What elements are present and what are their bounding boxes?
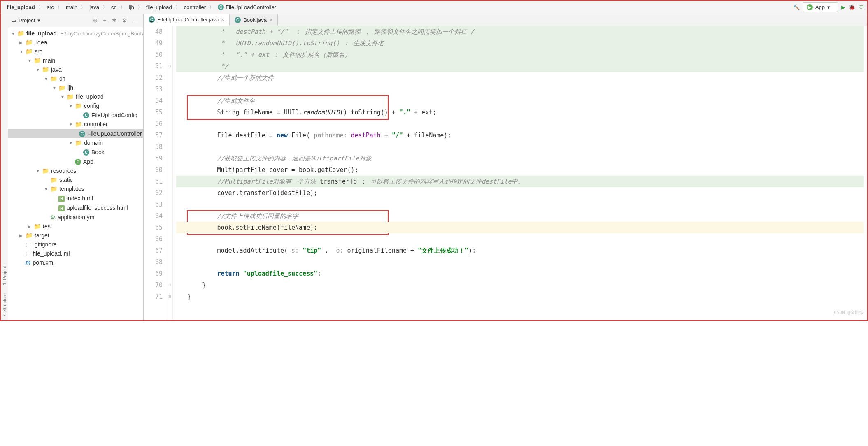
ide-window: file_upload 〉 src 〉 main 〉 java 〉 cn 〉 l… [0,0,868,321]
tree-node--gitignore[interactable]: ▢.gitignore [8,240,143,249]
tab-fileuploadcontroller[interactable]: C FileUpLoadController.java × [144,14,230,26]
tree-node--idea[interactable]: ▶📁.idea [8,38,143,47]
tree-node-fileuploadconfig[interactable]: CFileUpLoadConfig [8,110,143,120]
close-icon[interactable]: × [221,16,225,23]
tree-node-app[interactable]: CApp [8,157,143,166]
code-line-56[interactable] [176,118,864,130]
breadcrumb-item[interactable]: main [63,3,80,11]
breadcrumb-item[interactable]: src [44,3,56,11]
debug-icon[interactable]: 🐞 [849,4,855,10]
code-line-62[interactable]: cover.transferTo(destFile); [176,187,864,199]
code-line-52[interactable]: //生成一个新的文件 [176,72,864,84]
tree-node-ljh[interactable]: ▼📁ljh [8,83,143,92]
tab-book[interactable]: C Book.java × [230,14,278,26]
gear-icon[interactable]: ⚙ [121,16,129,24]
breadcrumb-bar: file_upload 〉 src 〉 main 〉 java 〉 cn 〉 l… [1,1,867,14]
code-line-49[interactable]: * UUID.randomUUID().toString() ： 生成文件名 [176,37,864,49]
code-line-57[interactable]: File destFile = new File( pathname: dest… [176,130,864,141]
project-tab[interactable]: 1: Project [2,266,7,285]
code-line-58[interactable] [176,141,864,153]
tree-node-file-upload-iml[interactable]: ▢file_upload.iml [8,249,143,258]
tree-icon: 📁 [50,186,57,192]
code-line-66[interactable] [176,233,864,245]
tree-node-file-upload[interactable]: ▼📁file_upload [8,92,143,101]
editor-tabs: C FileUpLoadController.java × C Book.jav… [144,14,867,26]
code-line-55[interactable]: String fileName = UUID.randomUUID().toSt… [176,107,864,118]
chevron-down-icon: ▾ [827,4,830,10]
tree-node-main[interactable]: ▼📁main [8,56,143,65]
tree-node-config[interactable]: ▼📁config [8,101,143,110]
code-line-48[interactable]: * destPath + "/" ： 指定文件上传的路径 ， 路径和文件名之间需… [176,26,864,37]
class-icon: C [218,4,224,10]
code-line-65[interactable]: book.setFileName(fileName); [176,222,864,233]
collapse-icon[interactable]: ÷ [102,16,108,24]
code-line-50[interactable]: * "." + ext ： 文件的扩展名（后缀名） [176,49,864,60]
breadcrumb-sep: 〉 [37,4,44,11]
tree-icon: 📁 [75,139,82,146]
project-tree[interactable]: ▼📁file_uploadF:\myCode\crazyCode\SpringB… [8,27,143,320]
code-line-59[interactable]: //获取要上传文件的内容，返回是MultipartFile对象 [176,153,864,164]
watermark: CSDN @金刚绿 [834,307,864,318]
close-icon[interactable]: × [269,17,272,23]
gutter: 4849505152535455565758596061626364656667… [144,26,167,320]
tree-node-test[interactable]: ▶📁test [8,222,143,231]
fold-column[interactable]: ⊟⊟⊟ [167,26,173,320]
tree-icon: C [75,158,81,165]
code-line-54[interactable]: //生成文件名 [176,95,864,107]
tree-node-static[interactable]: 📁static [8,175,143,184]
tree-node-book[interactable]: CBook [8,147,143,157]
code-line-63[interactable] [176,199,864,210]
code-line-67[interactable]: model.addAttribute( s: "tip" , o: origin… [176,245,864,256]
tree-icon: 📁 [34,223,41,230]
tree-icon: 📁 [50,75,57,82]
run-icon[interactable]: ▶ [841,4,845,10]
code-line-51[interactable]: */ [176,60,864,72]
breadcrumb-item[interactable]: file_upload [144,3,175,11]
code-line-70[interactable]: } [176,279,864,291]
code-line-64[interactable]: //文件上传成功后回显的名字 [176,210,864,222]
breadcrumb-item[interactable]: java [87,3,102,11]
coverage-icon[interactable]: 🛡 [859,4,864,10]
tree-node-file-upload[interactable]: ▼📁file_uploadF:\myCode\crazyCode\SpringB… [8,29,143,38]
hide-icon[interactable]: — [131,16,140,24]
options-icon[interactable]: ✱ [110,16,118,24]
breadcrumb-item[interactable]: cn [109,3,119,11]
locate-icon[interactable]: ⊕ [91,16,99,24]
structure-tab[interactable]: 7: Structure [2,293,7,317]
breadcrumb-item[interactable]: controller [182,3,208,11]
tree-icon: ⚙ [50,214,56,221]
build-icon[interactable]: 🔨 [793,4,800,10]
tree-node-resources[interactable]: ▼📁resources [8,166,143,175]
code-line-71[interactable]: } [176,291,864,302]
tree-node-domain[interactable]: ▼📁domain [8,138,143,147]
breadcrumb-item[interactable]: ljh [126,3,137,11]
tree-icon: 📁 [26,232,33,239]
tree-node-index-html[interactable]: Hindex.html [8,193,143,203]
tree-node-cn[interactable]: ▼📁cn [8,74,143,83]
code-line-68[interactable] [176,256,864,268]
tree-icon: 📁 [17,30,24,37]
tree-icon: 📁 [50,177,57,183]
code-content[interactable]: * destPath + "/" ： 指定文件上传的路径 ， 路径和文件名之间需… [173,26,867,320]
tree-node-target[interactable]: ▶📁target [8,231,143,240]
tree-node-src[interactable]: ▼📁src [8,47,143,56]
tree-icon: 📁 [75,102,82,109]
breadcrumb-root[interactable]: file_upload [4,3,37,11]
tree-node-templates[interactable]: ▼📁templates [8,184,143,193]
code-line-60[interactable]: MultipartFile cover = book.getCover(); [176,164,864,176]
sidebar-title[interactable]: Project [19,17,35,23]
tree-node-java[interactable]: ▼📁java [8,65,143,74]
run-config-select[interactable]: ▶ App ▾ [803,2,838,12]
left-tool-tabs[interactable]: 7: Structure 1: Project [1,14,8,320]
tree-node-fileuploadcontroller[interactable]: CFileUpLoadController [8,129,143,138]
tree-node-pom-xml[interactable]: mpom.xml [8,258,143,267]
code-line-53[interactable] [176,84,864,95]
code-line-61[interactable]: //MultipartFile对象有一个方法 transferTo ： 可以将上… [176,176,864,187]
tree-node-uploadfile-success-html[interactable]: Huploadfile_success.html [8,203,143,213]
tree-node-controller[interactable]: ▼📁controller [8,120,143,129]
code-line-69[interactable]: return "uploadfile_success"; [176,268,864,279]
chevron-down-icon[interactable]: ▾ [37,17,40,23]
breadcrumb-class[interactable]: CFileUpLoadController [215,3,279,11]
tree-node-application-yml[interactable]: ⚙application.yml [8,213,143,222]
code-editor[interactable]: 4849505152535455565758596061626364656667… [144,26,867,320]
